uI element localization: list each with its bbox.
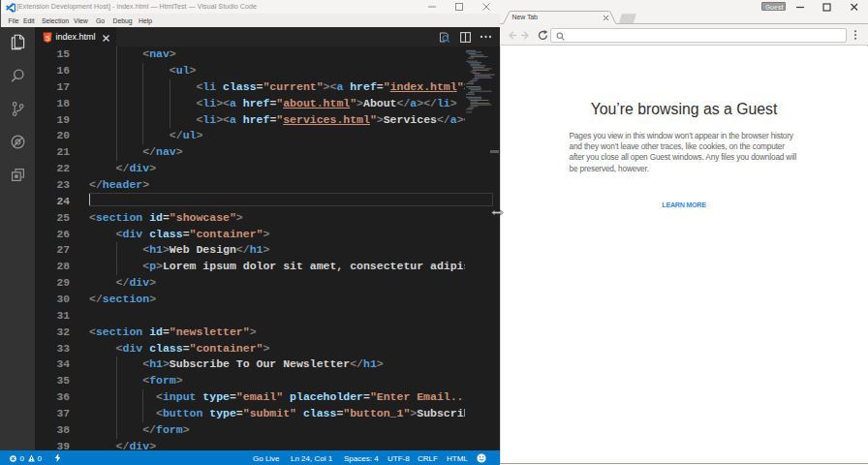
svg-text:5: 5 (45, 34, 48, 43)
